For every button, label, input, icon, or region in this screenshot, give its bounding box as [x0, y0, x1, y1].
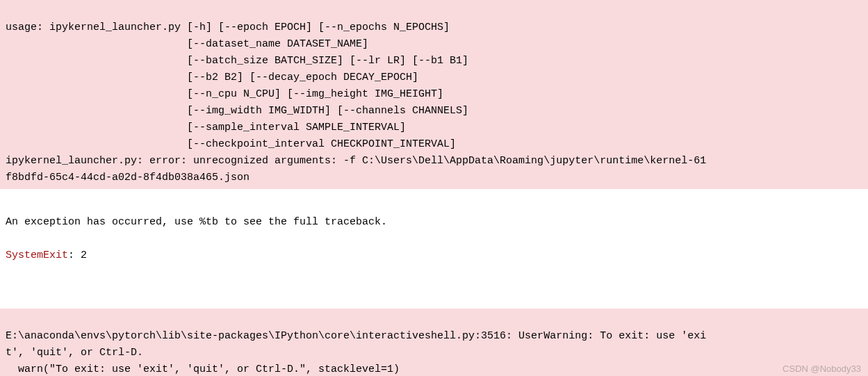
warning-line: E:\anaconda\envs\pytorch\lib\site-packag…	[6, 330, 706, 342]
system-exit-value: : 2	[68, 250, 87, 261]
usage-line: usage: ipykernel_launcher.py [-h] [--epo…	[6, 22, 450, 33]
system-exit-label: SystemExit	[6, 250, 68, 261]
user-warning-block: E:\anaconda\envs\pytorch\lib\site-packag…	[0, 309, 868, 376]
warning-line: warn("To exit: use 'exit', 'quit', or Ct…	[6, 363, 400, 375]
watermark: CSDN @Nobody33	[783, 362, 861, 376]
usage-line: [--dataset_name DATASET_NAME]	[6, 38, 368, 50]
error-line: ipykernel_launcher.py: error: unrecogniz…	[6, 155, 706, 167]
error-line: f8bdfd-65c4-44cd-a02d-8f4db038a465.json	[6, 172, 249, 183]
usage-line: [--n_cpu N_CPU] [--img_height IMG_HEIGHT…	[6, 88, 443, 100]
usage-line: [--batch_size BATCH_SIZE] [--lr LR] [--b…	[6, 55, 468, 67]
usage-line: [--sample_interval SAMPLE_INTERVAL]	[6, 122, 406, 133]
usage-line: [--checkpoint_interval CHECKPOINT_INTERV…	[6, 138, 456, 150]
usage-line: [--b2 B2] [--decay_epoch DECAY_EPOCH]	[6, 72, 418, 83]
exception-message: An exception has occurred, use %tb to se…	[6, 216, 387, 228]
warning-line: t', 'quit', or Ctrl-D.	[6, 347, 143, 359]
exception-message-block: An exception has occurred, use %tb to se…	[0, 195, 868, 284]
usage-error-block: usage: ipykernel_launcher.py [-h] [--epo…	[0, 0, 868, 189]
usage-line: [--img_width IMG_WIDTH] [--channels CHAN…	[6, 105, 468, 117]
